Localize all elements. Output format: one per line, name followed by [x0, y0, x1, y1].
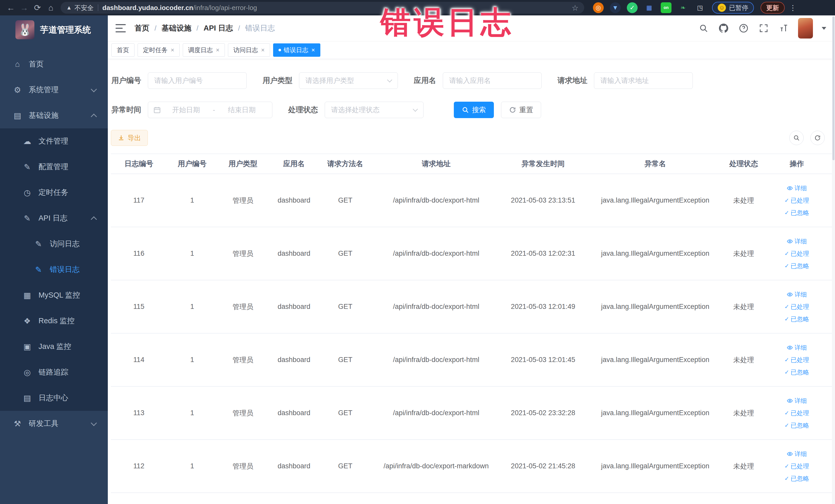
action-label: 已忽略: [791, 475, 809, 483]
sidebar-logo-row[interactable]: 🐰 芋道管理系统: [0, 15, 108, 44]
detail-link[interactable]: 详细: [787, 290, 807, 299]
page-scrollbar[interactable]: [832, 15, 835, 504]
extension-grid-icon[interactable]: ▦: [644, 2, 655, 13]
app-name-input[interactable]: [443, 73, 542, 89]
close-icon[interactable]: ×: [171, 46, 174, 54]
extension-shield-icon[interactable]: ▼: [610, 2, 621, 13]
monitor-icon: ▤: [12, 111, 23, 120]
tab-首页[interactable]: 首页: [111, 43, 135, 57]
processed-link[interactable]: ✓已处理: [785, 303, 809, 311]
ignored-link[interactable]: ✓已忽略: [785, 421, 809, 429]
breadcrumb-item: 错误日志: [245, 23, 275, 33]
check-icon: ✓: [785, 250, 789, 257]
tab-定时任务[interactable]: 定时任务×: [138, 43, 180, 57]
table-header-cell: 应用名: [268, 159, 320, 169]
toggle-search-button[interactable]: [789, 131, 804, 145]
sidebar-item-5[interactable]: ◷定时任务: [0, 180, 108, 205]
sidebar-item-7[interactable]: ✎访问日志: [0, 231, 108, 257]
ignored-link[interactable]: ✓已忽略: [785, 475, 809, 483]
browser-menu-icon[interactable]: ⋮: [789, 4, 796, 12]
processed-link[interactable]: ✓已处理: [785, 356, 809, 364]
extension-switch-on-icon[interactable]: on: [661, 2, 672, 13]
browser-back-icon[interactable]: ←: [4, 2, 18, 14]
detail-link[interactable]: 详细: [787, 450, 807, 458]
detail-link[interactable]: 详细: [787, 237, 807, 245]
font-size-icon[interactable]: [778, 23, 789, 34]
breadcrumb-item[interactable]: 首页: [135, 23, 149, 33]
help-icon[interactable]: [738, 23, 749, 34]
bookmark-star-icon[interactable]: ☆: [572, 3, 578, 12]
close-icon[interactable]: ×: [261, 46, 265, 54]
browser-update-button[interactable]: 更新: [760, 2, 785, 14]
user-id-input[interactable]: [148, 73, 247, 89]
sidebar-item-label: 配置管理: [39, 162, 68, 172]
table-cell-url: /api/infra/db-doc/export-html: [371, 356, 501, 364]
ignored-link[interactable]: ✓已忽略: [785, 209, 809, 217]
search-button[interactable]: 搜索: [454, 102, 494, 118]
extension-check-icon[interactable]: ✓: [627, 2, 638, 13]
detail-link[interactable]: 详细: [787, 397, 807, 405]
breadcrumb-item[interactable]: 基础设施: [162, 23, 191, 33]
sidebar-item-10[interactable]: ❖Redis 监控: [0, 308, 108, 334]
chevron-down-icon: [90, 420, 97, 426]
detail-link[interactable]: 详细: [787, 184, 807, 192]
avatar-caret-icon[interactable]: [822, 27, 826, 30]
sidebar-item-6[interactable]: ✎API 日志: [0, 205, 108, 231]
processed-link[interactable]: ✓已处理: [785, 196, 809, 205]
browser-home-icon[interactable]: ⌂: [44, 2, 58, 14]
sidebar-item-1[interactable]: ⚙系统管理: [0, 77, 108, 103]
sidebar-item-12[interactable]: ◎链路追踪: [0, 360, 108, 385]
github-icon[interactable]: [718, 23, 729, 34]
ignored-link[interactable]: ✓已忽略: [785, 315, 809, 323]
avatar[interactable]: [798, 18, 813, 39]
fullscreen-icon[interactable]: [758, 23, 769, 34]
action-label: 已处理: [791, 196, 809, 205]
request-url-input[interactable]: [594, 73, 693, 89]
sidebar-item-0[interactable]: ⌂首页: [0, 52, 108, 77]
detail-link[interactable]: 详细: [787, 344, 807, 352]
extension-leaf-icon[interactable]: ❧: [678, 2, 688, 13]
table-header-row: 日志编号用户编号用户类型应用名请求方法名请求地址异常发生时间异常名处理状态操作: [111, 154, 832, 174]
sidebar-item-11[interactable]: ▣Java 监控: [0, 334, 108, 360]
sidebar-item-label: 错误日志: [50, 264, 80, 275]
sidebar-item-13[interactable]: ▤日志中心: [0, 385, 108, 411]
security-warning-icon: ▲: [66, 4, 72, 11]
ignored-link[interactable]: ✓已忽略: [785, 368, 809, 377]
refresh-table-button[interactable]: [810, 131, 825, 145]
processed-link[interactable]: ✓已处理: [785, 409, 809, 417]
tab-label: 调度日志: [188, 46, 213, 54]
sidebar-item-3[interactable]: ☁文件管理: [0, 128, 108, 154]
table-cell-user_id: 1: [167, 249, 218, 258]
tab-错误日志[interactable]: 错误日志×: [273, 43, 320, 57]
browser-reload-icon[interactable]: ⟳: [31, 2, 44, 14]
table-cell-id: 115: [111, 303, 167, 311]
processed-link[interactable]: ✓已处理: [785, 462, 809, 470]
user-type-select[interactable]: 请选择用户类型: [299, 73, 398, 89]
sidebar-item-14[interactable]: ⚒研发工具: [0, 411, 108, 437]
action-label: 已处理: [791, 356, 809, 364]
breadcrumb: 首页/基础设施/API 日志/错误日志: [135, 23, 275, 33]
breadcrumb-item[interactable]: API 日志: [204, 23, 233, 33]
sidebar-item-2[interactable]: ▤基础设施: [0, 103, 108, 128]
sidebar-item-9[interactable]: ▦MySQL 监控: [0, 282, 108, 308]
close-icon[interactable]: ×: [311, 46, 315, 54]
exception-time-range-picker[interactable]: 开始日期 - 结束日期: [148, 102, 272, 118]
ignored-link[interactable]: ✓已忽略: [785, 262, 809, 270]
export-button[interactable]: 导出: [111, 130, 148, 146]
reset-button[interactable]: 重置: [501, 102, 541, 118]
close-icon[interactable]: ×: [216, 46, 220, 54]
process-status-select[interactable]: 请选择处理状态: [325, 102, 424, 118]
sidebar-item-4[interactable]: ✎配置管理: [0, 154, 108, 180]
extension-target-icon[interactable]: ◎: [593, 2, 604, 13]
search-icon[interactable]: [698, 23, 709, 34]
processed-link[interactable]: ✓已处理: [785, 249, 809, 258]
tab-访问日志[interactable]: 访问日志×: [228, 43, 270, 57]
sidebar-item-8[interactable]: ✎错误日志: [0, 257, 108, 282]
paused-extension-pill[interactable]: ☺ 已暂停: [712, 2, 754, 14]
tab-调度日志[interactable]: 调度日志×: [183, 43, 225, 57]
hamburger-icon[interactable]: [116, 24, 126, 32]
extension-puzzle-icon[interactable]: ◳: [695, 2, 705, 13]
browser-forward-icon[interactable]: →: [18, 2, 31, 14]
table-cell-actions: 详细✓已处理✓已忽略: [761, 237, 832, 270]
action-label: 已处理: [791, 462, 809, 470]
